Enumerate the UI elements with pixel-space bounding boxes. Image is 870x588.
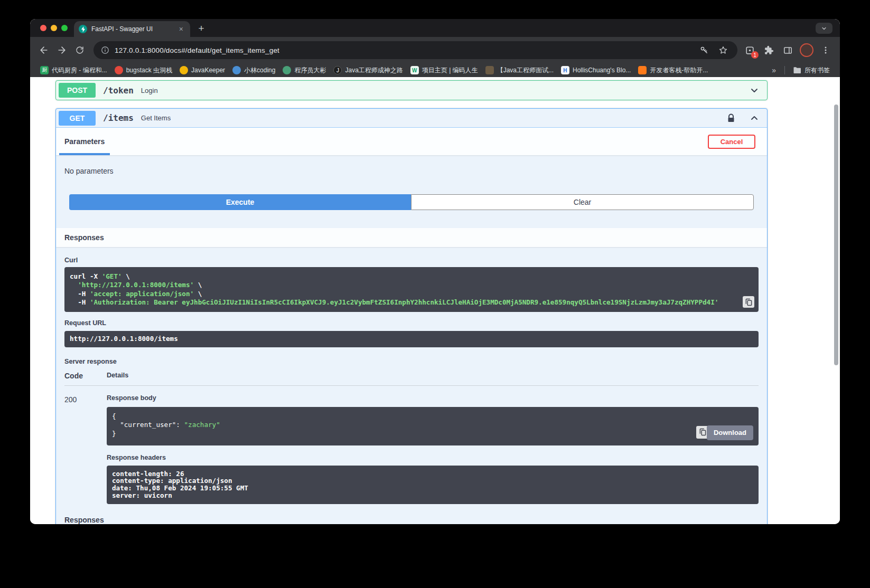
download-button[interactable]: Download	[707, 425, 753, 440]
server-response-title: Server response	[64, 358, 759, 365]
clipboard-icon	[699, 428, 706, 436]
bookmark-item[interactable]: 程序员大彬	[279, 65, 330, 76]
chevron-down-icon	[821, 25, 827, 32]
bookmark-item[interactable]: W项目主页 | 编码人生	[407, 65, 482, 76]
back-button[interactable]	[35, 42, 52, 59]
details-column-header: Details	[107, 372, 128, 380]
no-parameters-text: No parameters	[56, 155, 767, 175]
address-bar[interactable]: 127.0.0.1:8000/docs#/default/get_items_i…	[93, 41, 737, 59]
response-details-cell: Response body { "current_user": "zachary…	[107, 394, 759, 504]
bookmark-label: HollisChuang's Blo...	[573, 67, 631, 74]
browser-menu-icon[interactable]	[819, 43, 832, 57]
bookmark-label: 小林coding	[244, 66, 275, 75]
status-code: 200	[64, 394, 107, 504]
all-bookmarks-button[interactable]: 所有书签	[789, 65, 834, 76]
bookmark-item[interactable]: 开发者客栈-帮助开...	[634, 65, 712, 76]
forward-button[interactable]	[53, 42, 70, 59]
post-path: /token	[103, 86, 134, 96]
collapse-operation-button[interactable]	[746, 113, 763, 124]
bookmark-favicon: J	[333, 66, 342, 74]
fastapi-favicon-icon	[79, 25, 87, 33]
bookmark-favicon	[180, 66, 188, 74]
bookmark-favicon	[232, 66, 241, 74]
folder-icon	[793, 67, 801, 74]
profile-avatar[interactable]	[800, 43, 813, 57]
copy-curl-button[interactable]	[743, 296, 754, 308]
get-method-badge: GET	[59, 111, 96, 126]
bookmark-item[interactable]: 小林coding	[229, 65, 279, 76]
bookmarks-divider	[784, 66, 785, 74]
reload-button[interactable]	[71, 42, 88, 59]
responses-section-title: Responses	[56, 228, 767, 247]
lock-icon	[727, 113, 735, 123]
site-info-icon[interactable]	[101, 46, 109, 54]
response-body-title: Response body	[107, 394, 759, 402]
bookmark-favicon: 厨	[40, 66, 49, 74]
browser-window: FastAPI - Swagger UI × + 127.0.0.1:8000/…	[30, 19, 840, 524]
bookmarks-overflow-button[interactable]: »	[768, 66, 780, 74]
password-key-icon[interactable]	[697, 43, 711, 57]
request-url-value: http://127.0.0.1:8000/items	[64, 331, 759, 347]
curl-text: curl -X	[70, 272, 102, 280]
opblock-get-header[interactable]: GET /items Get Items	[56, 109, 767, 128]
back-arrow-icon	[39, 45, 49, 55]
page-content: POST /token Login GET /items Get Items	[30, 77, 840, 524]
minimize-window-button[interactable]	[51, 25, 57, 31]
bookmark-item[interactable]: HHollisChuang's Blo...	[557, 65, 634, 75]
fullscreen-window-button[interactable]	[61, 25, 68, 31]
opblock-post-header[interactable]: POST /token Login	[56, 81, 767, 100]
bookmark-item[interactable]: bugstack 虫洞栈	[111, 65, 176, 76]
bookmark-star-icon[interactable]	[716, 43, 730, 57]
bookmark-favicon	[115, 66, 123, 74]
curl-string: 'GET'	[102, 272, 122, 280]
extensions-puzzle-icon[interactable]	[762, 43, 775, 57]
cancel-button[interactable]: Cancel	[708, 135, 755, 149]
bookmark-item[interactable]: 【Java工程师面试...	[482, 65, 557, 76]
url-text: 127.0.0.1:8000/docs#/default/get_items_i…	[115, 46, 692, 54]
bookmark-label: 开发者客栈-帮助开...	[650, 66, 708, 75]
response-row: 200 Response body { "current_user": "zac…	[64, 394, 759, 504]
reload-icon	[75, 45, 85, 55]
curl-text: \	[194, 281, 202, 289]
bookmark-label: JavaKeeper	[191, 67, 225, 74]
bookmark-label: 代码厨房 - 编程和...	[52, 66, 107, 75]
bookmark-label: 【Java工程师面试...	[497, 66, 554, 75]
json-text: :	[176, 421, 184, 429]
side-panel-icon[interactable]	[781, 43, 794, 57]
clipboard-icon	[745, 298, 752, 306]
browser-toolbar: 127.0.0.1:8000/docs#/default/get_items_i…	[30, 37, 840, 63]
tab-close-icon[interactable]: ×	[177, 25, 185, 33]
bookmark-item[interactable]: JavaKeeper	[176, 65, 229, 75]
bookmark-label: Java工程师成神之路	[345, 66, 403, 75]
request-url-title: Request URL	[64, 319, 759, 327]
curl-command: curl -X 'GET' \ 'http://127.0.0.1:8000/i…	[64, 267, 759, 312]
extension-icon[interactable]: 1	[743, 43, 756, 57]
bookmark-favicon	[485, 66, 494, 74]
new-tab-button[interactable]: +	[194, 22, 208, 35]
opblock-body: Parameters Cancel No parameters Execute …	[56, 128, 767, 524]
response-headers-title: Response headers	[107, 454, 759, 461]
traffic-lights	[40, 25, 68, 31]
execute-row: Execute Clear	[69, 194, 754, 210]
toolbar-right-icons: 1	[743, 43, 835, 57]
bookmark-item[interactable]: 厨代码厨房 - 编程和...	[36, 65, 111, 76]
tab-search-button[interactable]	[816, 23, 832, 34]
response-table-header: Code Details	[64, 372, 759, 386]
bookmark-item[interactable]: JJava工程师成神之路	[330, 65, 406, 76]
curl-string: 'Authorization: Bearer eyJhbGciOiJIUzI1N…	[90, 298, 718, 306]
curl-title: Curl	[64, 257, 759, 264]
scrollbar-thumb[interactable]	[834, 105, 838, 365]
execute-button[interactable]: Execute	[69, 194, 411, 210]
bookmark-label: 程序员大彬	[294, 66, 326, 75]
browser-tab[interactable]: FastAPI - Swagger UI ×	[74, 21, 190, 37]
bookmark-favicon	[283, 66, 291, 74]
curl-text	[70, 281, 78, 289]
responses-inner: Curl curl -X 'GET' \ 'http://127.0.0.1:8…	[56, 247, 767, 524]
tab-parameters[interactable]: Parameters	[59, 128, 110, 155]
all-bookmarks-label: 所有书签	[804, 66, 830, 75]
authorize-lock-button[interactable]	[724, 113, 738, 123]
close-window-button[interactable]	[40, 25, 46, 31]
json-key: "current_user"	[120, 421, 176, 429]
clear-button[interactable]: Clear	[411, 194, 754, 210]
expand-operation-button[interactable]	[746, 85, 763, 96]
